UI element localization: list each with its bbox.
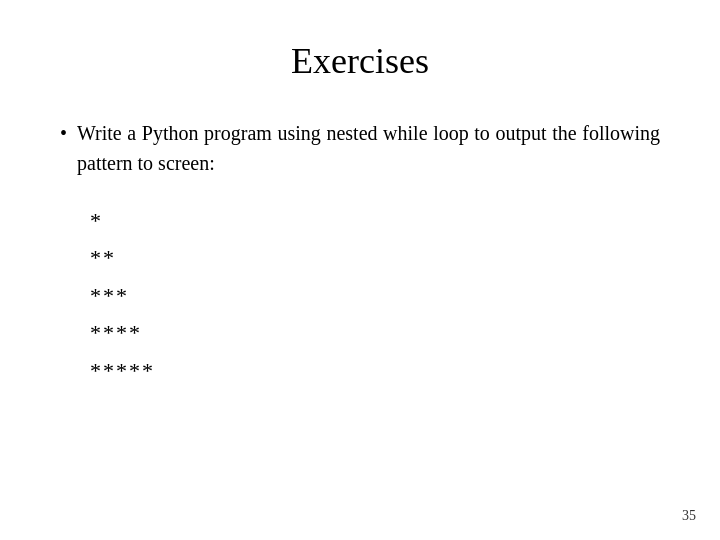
bullet-text: Write a Python program using nested whil… bbox=[77, 118, 660, 178]
slide-number: 35 bbox=[682, 508, 696, 524]
slide-title: Exercises bbox=[60, 40, 660, 82]
pattern-line-3: *** bbox=[90, 277, 660, 314]
pattern-line-5: ***** bbox=[90, 352, 660, 389]
pattern-section: * ** *** **** ***** bbox=[90, 202, 660, 389]
slide: Exercises • Write a Python program using… bbox=[0, 0, 720, 540]
pattern-line-4: **** bbox=[90, 314, 660, 351]
pattern-line-1: * bbox=[90, 202, 660, 239]
pattern-line-2: ** bbox=[90, 239, 660, 276]
bullet-symbol: • bbox=[60, 118, 67, 148]
bullet-item: • Write a Python program using nested wh… bbox=[60, 118, 660, 178]
